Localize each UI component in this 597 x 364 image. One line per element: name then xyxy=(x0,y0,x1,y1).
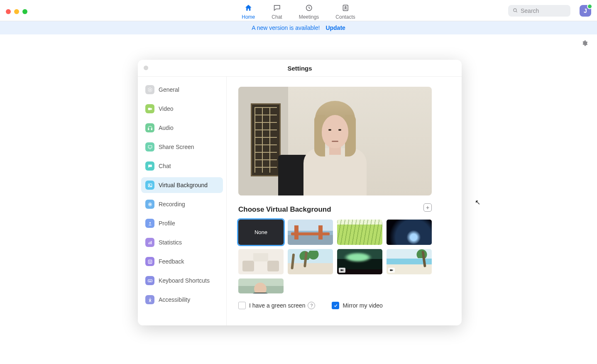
tab-contacts[interactable]: Contacts xyxy=(335,4,355,20)
background-option-user[interactable] xyxy=(238,278,284,293)
titlebar: Home Chat Meetings Contacts Search J xyxy=(0,0,597,21)
sidebar-item-label: Statistics xyxy=(159,239,182,246)
chat-icon xyxy=(145,161,154,171)
sidebar-item-chat[interactable]: Chat xyxy=(141,158,223,174)
checkbox-icon xyxy=(238,302,246,309)
background-option-space[interactable] xyxy=(387,220,432,245)
svg-point-21 xyxy=(149,298,150,298)
background-option-none[interactable]: None xyxy=(238,220,284,245)
background-option-bridge[interactable] xyxy=(288,220,333,245)
svg-rect-6 xyxy=(148,128,149,129)
svg-rect-5 xyxy=(148,107,151,110)
sidebar-item-label: General xyxy=(159,86,179,93)
checkbox-checked-icon xyxy=(332,302,339,309)
gear-icon xyxy=(581,41,588,48)
sidebar-item-label: Accessibility xyxy=(159,296,190,303)
keyboard-icon xyxy=(145,276,154,285)
update-link[interactable]: Update xyxy=(325,24,345,31)
tab-chat-label: Chat xyxy=(272,14,282,20)
help-icon[interactable]: ? xyxy=(308,302,315,309)
svg-point-3 xyxy=(514,8,516,11)
sidebar-item-feedback[interactable]: Feedback xyxy=(141,254,223,269)
window-traffic-lights xyxy=(6,9,27,14)
svg-point-4 xyxy=(149,89,150,90)
search-icon xyxy=(512,7,518,15)
svg-rect-16 xyxy=(151,241,152,244)
settings-body: General Video Audio Share Screen Chat Vi… xyxy=(138,77,462,325)
sidebar-item-label: Recording xyxy=(159,201,185,208)
mirror-video-checkbox[interactable]: Mirror my video xyxy=(332,302,382,309)
svg-rect-14 xyxy=(148,242,149,244)
update-banner: A new version is available! Update xyxy=(0,21,597,34)
svg-rect-17 xyxy=(148,260,152,264)
tab-meetings[interactable]: Meetings xyxy=(299,4,319,20)
video-icon xyxy=(145,104,154,113)
svg-point-12 xyxy=(149,203,150,205)
sidebar-item-audio[interactable]: Audio xyxy=(141,120,223,136)
tab-chat[interactable]: Chat xyxy=(272,4,282,20)
background-option-grass[interactable] xyxy=(337,220,382,245)
sidebar-item-share-screen[interactable]: Share Screen xyxy=(141,139,223,155)
search-input[interactable]: Search xyxy=(508,5,570,17)
video-badge-icon xyxy=(339,268,345,273)
tab-home-label: Home xyxy=(242,14,255,20)
plus-icon: + xyxy=(426,205,429,210)
svg-point-2 xyxy=(345,7,346,8)
headphones-icon xyxy=(145,123,154,132)
background-thumbnails: None xyxy=(238,220,436,293)
accessibility-icon xyxy=(145,295,154,304)
stats-icon xyxy=(145,238,154,247)
tab-home[interactable]: Home xyxy=(242,4,255,20)
tab-contacts-label: Contacts xyxy=(335,14,355,20)
mirror-video-label: Mirror my video xyxy=(343,302,382,309)
svg-rect-15 xyxy=(149,242,150,244)
sidebar-item-virtual-background[interactable]: Virtual Background xyxy=(141,177,223,193)
settings-header: Settings xyxy=(138,60,462,77)
sidebar-item-label: Keyboard Shortcuts xyxy=(159,277,210,284)
svg-rect-22 xyxy=(340,269,343,271)
smile-icon xyxy=(145,257,154,266)
add-background-button[interactable]: + xyxy=(423,203,432,212)
avatar-initial: J xyxy=(584,7,587,14)
sidebar-item-recording[interactable]: Recording xyxy=(141,196,223,212)
update-banner-message: A new version is available! xyxy=(252,24,320,31)
green-screen-checkbox[interactable]: I have a green screen ? xyxy=(238,302,315,309)
background-option-beach[interactable] xyxy=(387,249,432,274)
cursor-icon: ↖︎ xyxy=(475,198,480,206)
fullscreen-dot[interactable] xyxy=(22,9,27,14)
sidebar-item-general[interactable]: General xyxy=(141,82,223,98)
background-option-office[interactable] xyxy=(238,249,284,274)
sidebar-item-label: Share Screen xyxy=(159,144,194,150)
settings-sidebar: General Video Audio Share Screen Chat Vi… xyxy=(138,77,227,325)
settings-content: Choose Virtual Background + None xyxy=(227,77,462,325)
sidebar-item-keyboard-shortcuts[interactable]: Keyboard Shortcuts xyxy=(141,273,223,288)
sidebar-item-label: Audio xyxy=(159,125,174,131)
green-screen-label: I have a green screen xyxy=(249,302,305,309)
settings-window: Settings General Video Audio Share Scree… xyxy=(138,60,462,325)
video-badge-icon xyxy=(388,268,395,273)
gear-icon xyxy=(145,85,154,94)
clock-icon xyxy=(305,4,313,13)
close-dot[interactable] xyxy=(6,9,11,14)
svg-rect-8 xyxy=(148,145,152,148)
sidebar-item-video[interactable]: Video xyxy=(141,101,223,117)
page-settings-gear[interactable] xyxy=(581,40,588,48)
sidebar-item-label: Video xyxy=(159,105,174,112)
settings-close-dot[interactable] xyxy=(144,66,148,70)
svg-point-13 xyxy=(149,222,150,223)
background-option-palm[interactable] xyxy=(288,249,333,274)
svg-point-18 xyxy=(149,261,149,261)
avatar[interactable]: J xyxy=(580,5,591,17)
sidebar-item-profile[interactable]: Profile xyxy=(141,215,223,231)
background-option-aurora[interactable] xyxy=(337,249,382,274)
minimize-dot[interactable] xyxy=(14,9,19,14)
sidebar-item-accessibility[interactable]: Accessibility xyxy=(141,292,223,308)
search-placeholder: Search xyxy=(521,7,539,14)
contacts-icon xyxy=(341,4,350,13)
sidebar-item-label: Chat xyxy=(159,163,171,169)
image-icon xyxy=(145,181,154,190)
vbg-options: I have a green screen ? Mirror my video xyxy=(238,302,450,309)
settings-title: Settings xyxy=(287,65,312,72)
sidebar-item-statistics[interactable]: Statistics xyxy=(141,235,223,250)
svg-rect-7 xyxy=(151,128,152,129)
